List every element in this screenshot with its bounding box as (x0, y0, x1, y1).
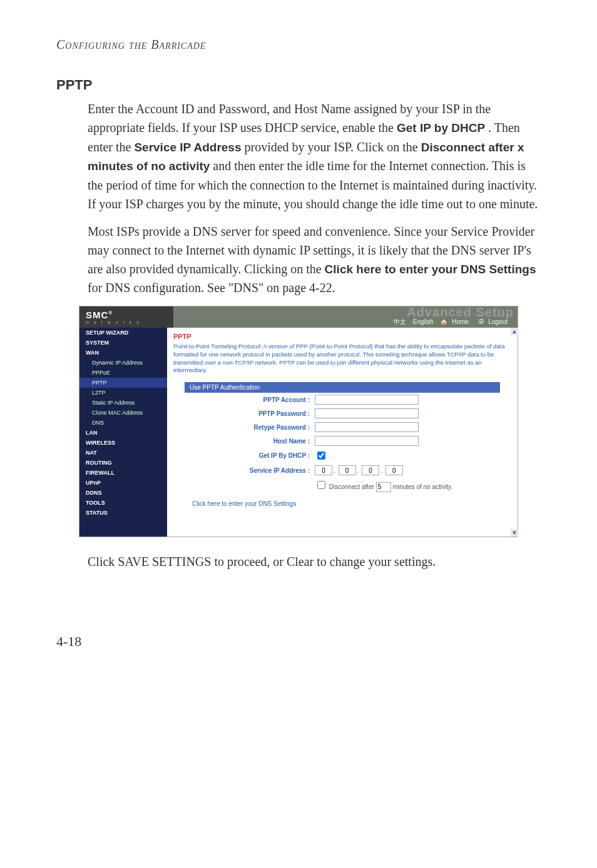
sidebar-item-upnp[interactable]: UPnP (79, 478, 167, 488)
label-get-ip-dhcp: Get IP By DHCP : (185, 452, 315, 459)
input-ip-seg2[interactable] (339, 465, 356, 475)
input-pptp-account[interactable] (315, 395, 419, 405)
form-header: Use PPTP Authentication (185, 382, 500, 393)
disconnect-post: minutes of no activity. (393, 483, 452, 490)
ghost-title: Advanced Setup (407, 305, 514, 320)
input-ip-seg3[interactable] (362, 465, 379, 475)
content-pane: ▲ PPTP Point-to-Point Tunneling Protocol… (167, 328, 518, 537)
para1-bold1: Get IP by DHCP (397, 121, 485, 134)
sidebar-item-system[interactable]: SYSTEM (79, 338, 167, 348)
sidebar-item-routing[interactable]: ROUTING (79, 458, 167, 468)
sidebar-item-pptp[interactable]: PPTP (79, 378, 167, 388)
sidebar-item-ddns[interactable]: DDNS (79, 488, 167, 498)
sidebar-item-wan[interactable]: WAN (79, 348, 167, 358)
label-service-ip: Service IP Address : (185, 467, 315, 474)
para2-bold1: Click here to enter your DNS Settings (325, 263, 536, 276)
input-host-name[interactable] (315, 436, 419, 446)
para1-mid2: provided by your ISP. Click on the (245, 140, 421, 154)
paragraph-1: Enter the Account ID and Password, and H… (88, 99, 541, 213)
brand-logo: SMC® (86, 310, 173, 320)
sidebar-item-setup-wizard[interactable]: SETUP WIZARD (79, 328, 167, 338)
sidebar-item-pppoe[interactable]: PPPoE (79, 368, 167, 378)
sidebar-item-firewall[interactable]: FIREWALL (79, 468, 167, 478)
lang-cn-link[interactable]: 中文 (394, 318, 406, 325)
input-pptp-password[interactable] (315, 408, 419, 418)
label-retype-password: Retype Password : (185, 424, 315, 431)
after-shot-mid: to proceed, or (214, 555, 287, 568)
label-pptp-account: PPTP Account : (185, 396, 315, 403)
sidebar-item-nat[interactable]: NAT (79, 448, 167, 458)
after-shot-paragraph: Click SAVE SETTINGS to proceed, or Clear… (88, 552, 541, 571)
page-number: 4-18 (56, 633, 541, 650)
sidebar-item-lan[interactable]: LAN (79, 428, 167, 438)
para1-bold2: Service IP Address (134, 141, 241, 154)
after-shot-b1: SAVE SETTINGS (118, 555, 211, 568)
sidebar-item-dns[interactable]: DNS (79, 418, 167, 428)
sidebar-item-clone-mac[interactable]: Clone MAC Address (79, 408, 167, 418)
checkbox-get-ip-dhcp[interactable] (317, 452, 325, 460)
scroll-up-icon[interactable]: ▲ (511, 328, 518, 335)
sidebar-item-status[interactable]: STATUS (79, 508, 167, 518)
brand-sub: N e t w o r k s (86, 320, 173, 325)
sidebar-item-wireless[interactable]: WIRELESS (79, 438, 167, 448)
after-shot-pre: Click (88, 555, 118, 568)
after-shot-post: to change your settings. (317, 555, 436, 568)
scroll-down-icon[interactable]: ▼ (511, 529, 518, 537)
dns-settings-link[interactable]: Click here to enter your DNS Settings (192, 500, 296, 507)
label-host-name: Host Name : (185, 438, 315, 445)
label-pptp-password: PPTP Password : (185, 410, 315, 417)
sidebar-item-static-ip[interactable]: Static IP Address (79, 398, 167, 408)
pptp-form: Use PPTP Authentication PPTP Account : P… (185, 382, 500, 494)
disconnect-row: Disconnect after minutes of no activity. (315, 479, 500, 492)
input-retype-password[interactable] (315, 422, 419, 432)
input-ip-seg1[interactable] (315, 465, 332, 475)
content-description: Point-to-Point Tunneling Protocol: A ver… (173, 343, 511, 375)
sidebar-item-dynamic-ip[interactable]: Dynamic IP Address (79, 358, 167, 368)
para2-post: for DNS configuration. See "DNS" on page… (88, 281, 335, 295)
sidebar: SETUP WIZARD SYSTEM WAN Dynamic IP Addre… (79, 328, 167, 537)
disconnect-pre: Disconnect after (329, 483, 376, 490)
router-screenshot: SMC® N e t w o r k s Advanced Setup 中文 E… (79, 306, 518, 537)
sidebar-item-tools[interactable]: TOOLS (79, 498, 167, 508)
sidebar-item-l2tp[interactable]: L2TP (79, 388, 167, 398)
input-disconnect-minutes[interactable] (376, 482, 391, 492)
section-title: PPTP (56, 77, 541, 93)
checkbox-disconnect[interactable] (317, 481, 325, 489)
input-ip-seg4[interactable] (385, 465, 403, 475)
brand-area: SMC® N e t w o r k s (79, 306, 173, 328)
header-bar: SMC® N e t w o r k s Advanced Setup 中文 E… (79, 306, 518, 328)
running-head: Configuring the Barricade (56, 38, 541, 52)
content-title: PPTP (173, 333, 511, 340)
after-shot-b2: Clear (287, 555, 314, 568)
header-right: Advanced Setup 中文 English 🏠 Home ⦿ Logou… (173, 306, 518, 328)
paragraph-2: Most ISPs provide a DNS server for speed… (88, 222, 541, 298)
